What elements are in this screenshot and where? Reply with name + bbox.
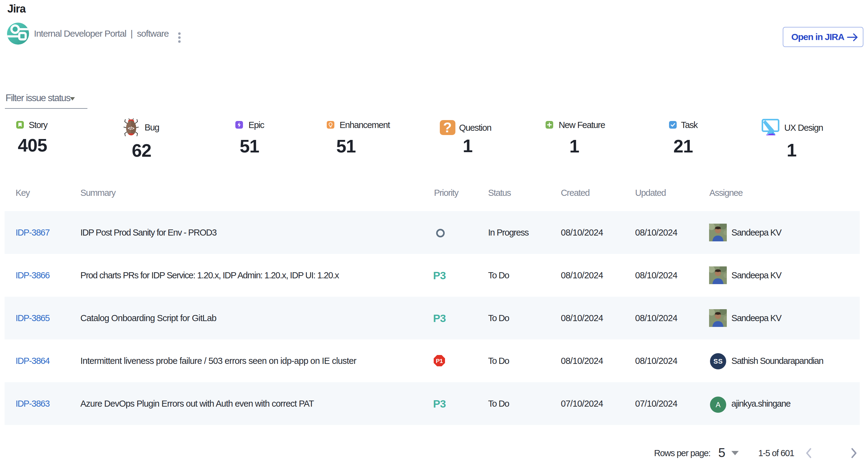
svg-text:</>: </> xyxy=(128,126,134,131)
